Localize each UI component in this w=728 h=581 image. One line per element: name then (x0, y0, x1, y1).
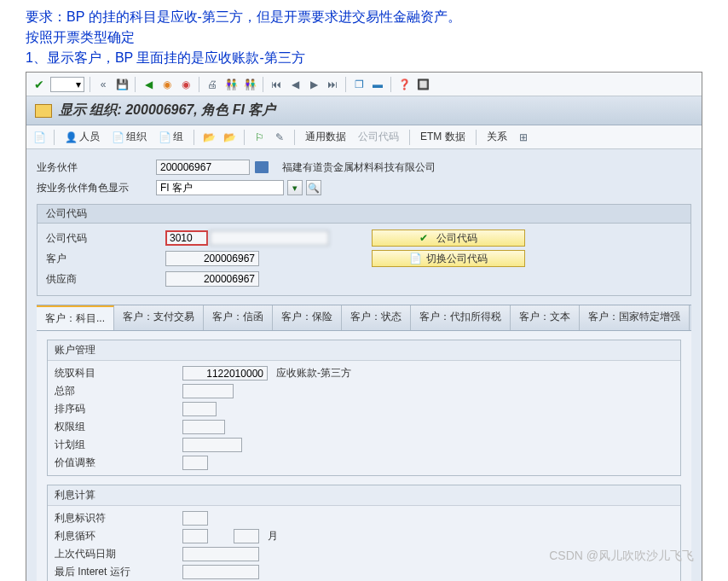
separator (263, 77, 263, 92)
auth-label: 权限组 (55, 420, 182, 434)
plan-label: 计划组 (55, 438, 182, 452)
separator (244, 130, 245, 145)
last-page-icon[interactable]: ⏭ (325, 77, 340, 92)
tab-insurance[interactable]: 客户：保险 (273, 305, 342, 330)
partner-label: 业务伙伴 (37, 160, 156, 175)
exit-icon[interactable]: ◉ (159, 77, 175, 92)
cancel-icon[interactable]: ◉ (178, 77, 194, 92)
tab-correspondence[interactable]: 客户：信函 (204, 305, 273, 330)
tab-strip: 客户：科目... 客户：支付交易 客户：信函 客户：保险 客户：状态 客户：代扣… (37, 305, 691, 331)
partner-input[interactable] (156, 160, 250, 175)
separator (135, 77, 136, 92)
tab-panel-account: 账户管理 统驭科目 应收账款-第三方 总部 排序码 权限组 计划组 价值调整 利… (37, 331, 691, 581)
role-search-icon[interactable]: 🔍 (306, 180, 321, 195)
separator (476, 130, 477, 145)
last-code-date-label: 上次代码日期 (55, 547, 182, 561)
tab-status[interactable]: 客户：状态 (342, 305, 411, 330)
back-nav-icon[interactable]: ◀ (141, 77, 156, 92)
interest-cycle-input[interactable] (182, 529, 208, 543)
org-button[interactable]: 📄组织 (108, 128, 150, 146)
month-label: 月 (268, 529, 278, 543)
tab-country[interactable]: 客户：国家特定增强 (580, 305, 690, 330)
auth-input[interactable] (182, 420, 225, 434)
first-page-icon[interactable]: ⏮ (269, 77, 284, 92)
role-input[interactable] (156, 180, 284, 195)
enter-icon[interactable]: ✔ (32, 77, 47, 92)
switch-company-btn-label: 切换公司代码 (426, 252, 488, 266)
prev-page-icon[interactable]: ◀ (287, 77, 303, 92)
shortcut-icon[interactable]: ▬ (370, 77, 385, 92)
edit-icon[interactable]: 📂 (222, 130, 237, 145)
customer-label: 客户 (46, 252, 165, 266)
command-field[interactable]: ▾ (50, 77, 84, 92)
app-toolbar: 📄 👤人员 📄组织 📄组 📂 📂 ⚐ ✎ 通用数据 公司代码 ETM 数据 关系… (26, 125, 702, 149)
separator (294, 130, 295, 145)
find-icon[interactable]: 👫 (223, 77, 239, 92)
find-next-icon[interactable]: 👫 (242, 77, 257, 92)
note-line-1: 要求：BP 的挂的科目是应收-第三方，但是开票要求进交易性金融资产。 (26, 7, 702, 27)
check-icon[interactable]: ⚐ (251, 130, 267, 145)
person-label: 人员 (79, 130, 100, 144)
separator (345, 77, 346, 92)
role-label: 按业务伙伴角色显示 (37, 181, 156, 195)
general-data-button[interactable]: 通用数据 (302, 128, 350, 146)
watermark: CSDN @风儿吹吹沙儿飞飞 (549, 549, 694, 564)
doc-icon[interactable]: 📄 (32, 130, 47, 145)
etm-data-button[interactable]: ETM 数据 (417, 128, 469, 146)
company-code-input[interactable] (165, 230, 208, 246)
customer-input[interactable] (165, 251, 259, 266)
account-mgmt-legend: 账户管理 (48, 340, 680, 361)
print-icon[interactable]: 🖨 (205, 77, 220, 92)
interest-indicator-label: 利息标识符 (55, 511, 182, 526)
new-session-icon[interactable]: ❐ (351, 77, 367, 92)
separator (409, 130, 410, 145)
role-dropdown-icon[interactable]: ▾ (287, 180, 303, 195)
building-icon (255, 161, 269, 173)
interest-cycle2-input[interactable] (234, 529, 259, 543)
save-icon[interactable]: 💾 (114, 77, 130, 92)
valadj-input[interactable] (182, 456, 208, 470)
recon-account-text: 应收账款-第三方 (276, 366, 351, 381)
relation-button[interactable]: 关系 (483, 128, 511, 146)
open-icon[interactable]: 📂 (201, 130, 217, 145)
company-code-button[interactable]: 公司代码 (355, 128, 402, 146)
person-button[interactable]: 👤人员 (61, 128, 103, 146)
vendor-input[interactable] (165, 271, 259, 287)
company-code-legend: 公司代码 (38, 205, 690, 224)
sort-input[interactable] (182, 402, 217, 416)
interest-cycle-label: 利息循环 (55, 529, 182, 543)
company-code-button[interactable]: ✔公司代码 (372, 229, 525, 247)
last-interest-run-input[interactable] (182, 565, 259, 579)
hq-label: 总部 (55, 384, 182, 398)
sap-window: ✔ ▾ « 💾 ◀ ◉ ◉ 🖨 👫 👫 ⏮ ◀ ▶ ⏭ ❐ ▬ ❓ 🔲 显示 组… (26, 72, 702, 581)
company-code-btn-label: 公司代码 (436, 231, 477, 246)
tab-withholding[interactable]: 客户：代扣所得税 (411, 305, 511, 330)
last-code-date-input[interactable] (182, 547, 259, 561)
sort-label: 排序码 (55, 402, 182, 416)
next-page-icon[interactable]: ▶ (306, 77, 321, 92)
overview-icon[interactable]: ⊞ (516, 130, 531, 145)
interest-indicator-input[interactable] (182, 511, 208, 526)
plan-input[interactable] (182, 438, 242, 452)
tab-text[interactable]: 客户：文本 (511, 305, 580, 330)
valadj-label: 价值调整 (55, 456, 182, 470)
interest-legend: 利息计算 (48, 485, 680, 506)
company-code-label: 公司代码 (46, 231, 165, 246)
separator (54, 130, 55, 145)
help-icon[interactable]: ❓ (396, 77, 412, 92)
recon-account-input[interactable] (182, 366, 268, 381)
main-toolbar: ✔ ▾ « 💾 ◀ ◉ ◉ 🖨 👫 👫 ⏮ ◀ ▶ ⏭ ❐ ▬ ❓ 🔲 (26, 73, 702, 96)
page-title: 显示 组织: 200006967, 角色 FI 客户 (59, 102, 275, 119)
group-button[interactable]: 📄组 (155, 128, 187, 146)
lock-icon[interactable]: ✎ (272, 130, 287, 145)
tab-payment[interactable]: 客户：支付交易 (114, 305, 204, 330)
hq-input[interactable] (182, 384, 234, 398)
layout-icon[interactable]: 🔲 (415, 77, 430, 92)
switch-company-button[interactable]: 📄切换公司代码 (372, 250, 525, 267)
back-icon[interactable]: « (95, 77, 111, 92)
account-mgmt-group: 账户管理 统驭科目 应收账款-第三方 总部 排序码 权限组 计划组 价值调整 (47, 340, 681, 476)
note-line-3: 1、显示客户，BP 里面挂的是应收账款-第三方 (26, 48, 702, 68)
partner-name: 福建有道贵金属材料科技有限公司 (282, 160, 436, 175)
company-code-fieldset: 公司代码 公司代码 ✔公司代码 客户 📄切换公司代码 供应商 (37, 204, 691, 296)
tab-account[interactable]: 客户：科目... (37, 305, 114, 330)
